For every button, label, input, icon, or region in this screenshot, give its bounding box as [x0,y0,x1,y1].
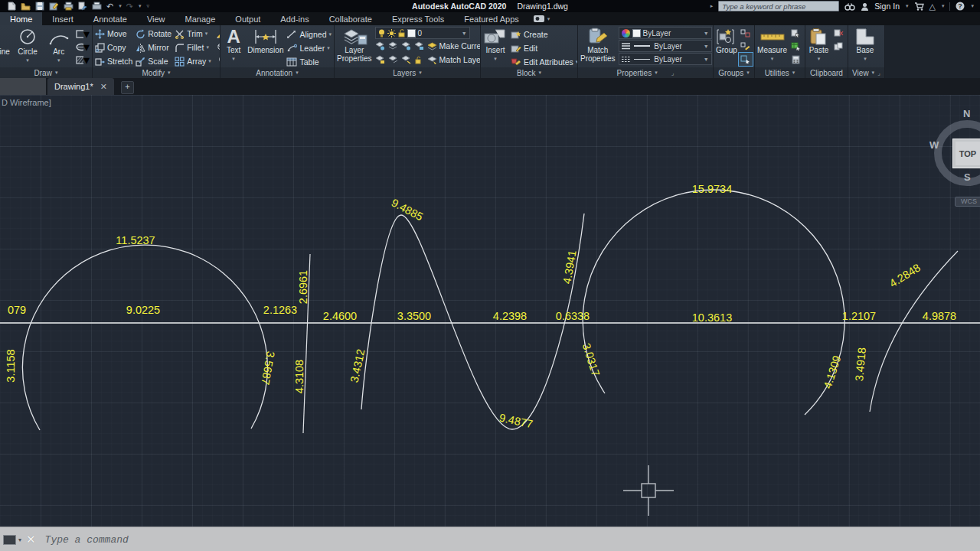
save-icon[interactable] [35,2,44,11]
leader-button[interactable]: Leader▾ [286,41,332,55]
stretch-button[interactable]: Stretch [95,54,132,67]
view-panel-expander[interactable]: ⌟ [877,70,880,77]
ribbon-tab-manage[interactable]: Manage [175,12,226,25]
hatch-tool-button[interactable]: ▾ [76,54,90,67]
qat-customize-caret[interactable]: ▿ [146,3,149,9]
edit-attributes-button[interactable]: Edit Attributes▾ [511,55,577,67]
layer-off-icon[interactable] [401,41,411,51]
linetype-select[interactable]: ByLayer ▼ [619,53,712,65]
open-folder-icon[interactable] [21,2,31,11]
copy-button[interactable]: Copy [95,41,132,54]
erase-button[interactable] [214,27,220,40]
move-button[interactable]: Move [95,27,132,41]
ribbon-tab-add-ins[interactable]: Add-ins [270,12,318,25]
panel-label-block[interactable]: Block▾ [481,67,577,78]
panel-label-modify[interactable]: Modify▾ [93,67,220,78]
ribbon-tab-view[interactable]: View [137,12,175,25]
edit-block-button[interactable]: Edit [511,41,577,55]
drawing-file-tab[interactable]: Drawing1* ✕ [47,78,114,95]
match-layer-button[interactable]: Match Layer [427,53,480,67]
text-button[interactable]: A Text▾ [223,27,244,63]
sign-in-button[interactable]: Sign In [874,2,900,11]
ungroup-button[interactable] [739,27,753,40]
properties-dialog-launcher[interactable]: ⌟ [671,70,675,77]
viewcube-north[interactable]: N [963,108,970,119]
trim-button[interactable]: Trim▾ [175,27,211,41]
layer-unlock2-icon[interactable] [414,55,424,64]
match-properties-button[interactable]: Match Properties [580,27,616,63]
panel-label-draw[interactable]: Draw▾ [0,67,92,78]
tab-close-icon[interactable]: ✕ [100,82,107,92]
plot-icon[interactable] [64,2,74,11]
rotate-button[interactable]: Rotate [136,27,172,41]
layer-walk-icon[interactable] [401,55,411,64]
panel-label-annotation[interactable]: Annotation▾ [220,67,334,78]
fillet-button[interactable]: Fillet▾ [175,41,211,54]
panel-label-layers[interactable]: Layers▾ [335,67,480,78]
quick-calc-button[interactable] [789,53,802,66]
help-caret[interactable]: ▾ [971,3,974,9]
ellipse-tool-button[interactable]: ▾ [76,41,90,54]
layer-properties-button[interactable]: Layer Properties [337,27,372,63]
ribbon-tab-output[interactable]: Output [225,12,270,25]
app-store-cart-icon[interactable] [914,2,924,11]
viewcube-top-face[interactable]: TOP [952,139,980,168]
ribbon-tab-annotate[interactable]: Annotate [83,12,137,25]
dimension-button[interactable]: Dimension [247,27,283,54]
group-edit-button[interactable] [739,40,753,53]
scale-button[interactable]: Scale [136,54,172,67]
object-color-select[interactable]: ByLayer ▼ [619,27,712,39]
start-tab-stub[interactable] [0,78,46,95]
ribbon-tab-express-tools[interactable]: Express Tools [382,12,454,25]
viewport-controls-label[interactable]: D Wireframe] [2,98,51,107]
panel-label-view[interactable]: View▾⌟ [848,67,884,78]
drawing-canvas[interactable]: 0799.022511.52373.11582.12633.56872.6961… [0,95,980,527]
layer-lock-icon[interactable] [414,41,424,51]
wcs-selector[interactable]: WCS [955,197,980,207]
layer-prev-icon[interactable] [388,55,398,64]
ribbon-tab-home[interactable]: Home [0,12,42,25]
overkill-button[interactable] [214,53,220,66]
sign-in-caret[interactable]: ▾ [906,3,909,9]
redo-dropdown-caret[interactable]: ▾ [139,3,142,9]
new-drawing-tab-button[interactable]: + [121,81,134,94]
copy-clip-button[interactable] [831,40,845,53]
circle-button[interactable]: Circle▾ [14,27,42,64]
new-file-icon[interactable] [8,2,16,11]
search-expand-caret[interactable]: ▸ [710,3,714,9]
left-circle-arc[interactable] [22,245,267,430]
ribbon-tab-featured-apps[interactable]: Featured Apps [454,12,529,25]
redo-icon[interactable]: ↷ [126,2,133,11]
autodesk-app-icon[interactable]: △ [929,2,936,11]
make-current-button[interactable]: Make Current [427,39,480,53]
table-button[interactable]: Table [286,55,332,67]
layer-match-icon[interactable] [375,55,385,64]
right-circle-arc[interactable] [583,190,844,415]
ribbon-tab-collaborate[interactable]: Collaborate [319,12,382,25]
tab-options-caret[interactable]: ▾ [547,16,550,22]
group-selection-toggle[interactable] [739,53,753,66]
quick-select-button[interactable] [789,40,802,53]
save-as-icon[interactable] [49,2,59,11]
cut-clip-button[interactable] [831,27,845,40]
undo-dropdown-caret[interactable]: ▾ [119,3,122,9]
panel-label-clipboard[interactable]: Clipboard [805,67,848,78]
viewcube-west[interactable]: W [929,139,939,151]
search-binoculars-icon[interactable] [844,2,855,11]
viewcube-south[interactable]: S [964,171,971,183]
spline-curve[interactable] [361,214,584,429]
panel-label-utilities[interactable]: Utilities▾ [755,67,805,78]
help-search-input[interactable] [718,1,839,11]
command-input[interactable] [44,533,980,546]
group-button[interactable]: Group [716,27,737,54]
command-options-caret[interactable]: ▾ [18,536,21,543]
app-caret[interactable]: ▾ [942,3,945,9]
lineweight-select[interactable]: ByLayer ▼ [619,40,712,52]
rectangle-tool-button[interactable]: ▾ [76,28,90,41]
arc-button[interactable]: Arc▾ [44,27,73,64]
explode-button[interactable] [214,40,220,53]
panel-label-groups[interactable]: Groups▾ [714,67,754,78]
measure-button[interactable]: Measure▾ [757,27,787,63]
ribbon-tab-insert[interactable]: Insert [42,12,83,25]
publish-icon[interactable] [78,2,87,11]
